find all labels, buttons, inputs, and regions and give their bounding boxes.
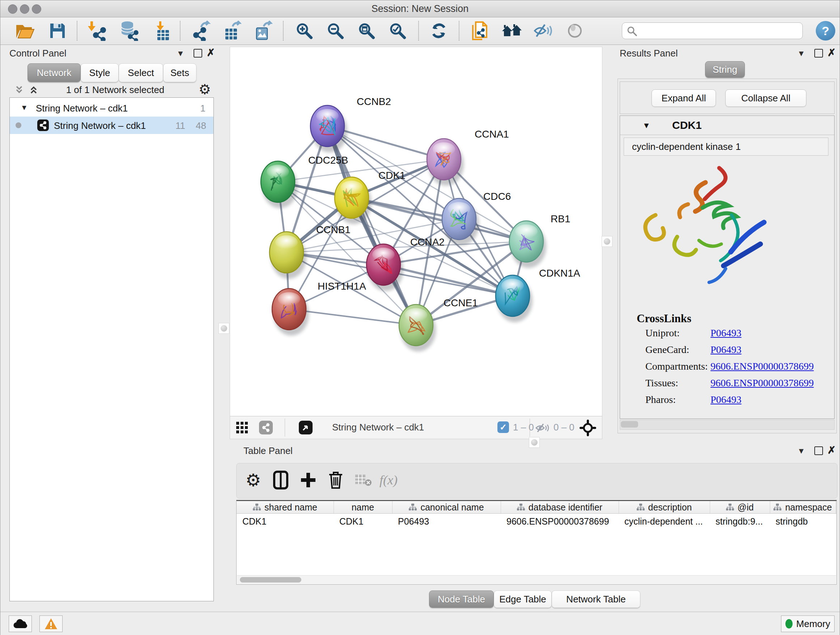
results-hscrollbar[interactable] xyxy=(620,420,835,430)
export-image-button[interactable] xyxy=(252,19,274,42)
delete-table-button-disabled xyxy=(352,469,375,492)
node-label: CCNB2 xyxy=(357,96,391,107)
network-node[interactable]: CDKN1A xyxy=(496,268,580,322)
hide-graphics-details-button[interactable] xyxy=(532,19,554,42)
memory-button[interactable]: Memory xyxy=(781,616,835,632)
refresh-view-button[interactable] xyxy=(428,19,450,42)
home-button[interactable] xyxy=(501,19,523,42)
crosslink-value-link[interactable]: P06493 xyxy=(711,327,742,339)
table-settings-gear-icon[interactable]: ⚙ xyxy=(242,469,265,492)
crosslink-value-link[interactable]: 9606.ENSP00000378699 xyxy=(711,377,813,389)
zoom-fit-button[interactable] xyxy=(355,19,378,42)
column-header-database-identifier[interactable]: database identifier xyxy=(501,501,619,513)
control-panel-menu-icon[interactable]: ▼ xyxy=(177,49,185,58)
open-session-button[interactable] xyxy=(14,19,36,42)
table-cell[interactable]: cyclin-dependent ... xyxy=(619,514,710,529)
tab-network[interactable]: Network xyxy=(27,63,81,82)
network-node[interactable]: RB1 xyxy=(509,213,570,268)
crosslink-value-link[interactable]: P06493 xyxy=(711,344,742,356)
network-row[interactable]: String Network – cdk1 11 48 xyxy=(10,117,213,134)
tab-network-table[interactable]: Network Table xyxy=(552,591,640,608)
network-node[interactable]: CCNA1 xyxy=(427,128,509,186)
zoom-out-button[interactable] xyxy=(324,19,347,42)
results-hscrollbar-thumb[interactable] xyxy=(621,421,638,428)
column-header-description[interactable]: description xyxy=(619,501,710,513)
warnings-button[interactable] xyxy=(39,616,63,632)
control-panel-close-icon[interactable]: ✗ xyxy=(207,47,215,59)
crosslink-value-link[interactable]: 9606.ENSP00000378699 xyxy=(711,361,813,372)
table-cell[interactable]: P06493 xyxy=(392,514,501,529)
column-header-shared-name[interactable]: shared name xyxy=(237,501,334,513)
network-node[interactable]: CCNB2 xyxy=(310,96,391,152)
import-network-database-button[interactable] xyxy=(118,19,141,42)
crosslink-row: GeneCard:P06493 xyxy=(645,344,827,358)
cloud-button[interactable] xyxy=(9,616,32,632)
status-bar: Memory xyxy=(0,611,840,635)
show-columns-button[interactable] xyxy=(269,469,292,492)
bottom-splitter-grip[interactable] xyxy=(529,437,540,448)
crosslink-value-link[interactable]: P06493 xyxy=(711,394,742,405)
results-panel-menu-icon[interactable]: ▼ xyxy=(797,49,805,58)
tab-node-table[interactable]: Node Table xyxy=(429,591,494,608)
tab-string[interactable]: String xyxy=(705,61,745,78)
column-header--id[interactable]: @id xyxy=(710,501,770,513)
network-canvas[interactable]: CCNB2CCNA1CDC25BCDK1CDC6RB1CCNB1CCNA2CDK… xyxy=(230,47,602,417)
table-cell[interactable]: 9606.ENSP00000378699 xyxy=(501,514,619,529)
table-cell[interactable]: CDK1 xyxy=(333,514,392,529)
table-cell[interactable]: CDK1 xyxy=(237,514,333,529)
title-bar: Session: New Session xyxy=(0,0,840,17)
birds-eye-view-button[interactable] xyxy=(564,19,586,42)
share-document-button[interactable] xyxy=(469,19,491,42)
tab-select[interactable]: Select xyxy=(118,63,163,82)
column-header-canonical-name[interactable]: canonical name xyxy=(392,501,501,513)
create-column-button[interactable] xyxy=(297,469,320,492)
fit-view-button[interactable] xyxy=(299,421,313,434)
export-table-button[interactable] xyxy=(221,19,243,42)
table-cell[interactable]: stringdb:9... xyxy=(710,514,770,529)
collapse-all-icon[interactable] xyxy=(14,84,25,95)
tab-style[interactable]: Style xyxy=(81,63,118,82)
export-network-button[interactable] xyxy=(190,19,212,42)
disclosure-triangle-icon[interactable]: ▼ xyxy=(21,103,28,112)
grid-view-icon[interactable] xyxy=(236,421,248,434)
import-network-file-button[interactable] xyxy=(86,19,109,42)
expand-all-button[interactable]: Expand All xyxy=(652,89,716,107)
crosslink-row: Tissues:9606.ENSP00000378699 xyxy=(645,377,827,392)
cdk1-section-header[interactable]: ▼ CDK1 xyxy=(620,116,834,135)
column-header-namespace[interactable]: namespace xyxy=(770,501,836,513)
network-graph[interactable]: CCNB2CCNA1CDC25BCDK1CDC6RB1CCNB1CCNA2CDK… xyxy=(230,47,602,416)
network-collection-row[interactable]: ▼ String Network – cdk1 1 xyxy=(10,99,213,117)
table-hscrollbar-thumb[interactable] xyxy=(240,577,302,583)
table-panel-menu-icon[interactable]: ▼ xyxy=(797,447,805,456)
delete-column-button[interactable] xyxy=(324,469,347,492)
import-table-button[interactable] xyxy=(151,19,173,42)
crosshair-pan-icon[interactable] xyxy=(579,420,596,436)
table-cell[interactable]: stringdb xyxy=(770,514,836,529)
results-panel-float-icon[interactable] xyxy=(814,49,823,57)
search-input[interactable] xyxy=(641,24,798,36)
help-button[interactable]: ? xyxy=(816,21,835,41)
results-panel-close-icon[interactable]: ✗ xyxy=(827,47,836,59)
left-splitter-grip[interactable] xyxy=(218,323,229,334)
node-label: RB1 xyxy=(551,213,570,225)
right-splitter-grip[interactable] xyxy=(602,236,613,247)
table-panel-close-icon[interactable]: ✗ xyxy=(827,444,836,456)
network-node[interactable]: CCNE1 xyxy=(399,297,478,352)
network-node[interactable]: HIST1H1A xyxy=(272,280,366,336)
save-session-button[interactable] xyxy=(46,19,69,42)
collapse-all-button[interactable]: Collapse All xyxy=(725,89,806,107)
zoom-selected-button[interactable] xyxy=(386,19,409,42)
zoom-in-button[interactable] xyxy=(293,19,316,42)
selected-checkbox[interactable]: ✓ xyxy=(497,421,509,433)
control-panel-float-icon[interactable] xyxy=(194,49,202,57)
tab-sets[interactable]: Sets xyxy=(163,63,196,82)
network-share-toggle[interactable] xyxy=(259,421,273,434)
column-header-name[interactable]: name xyxy=(333,501,393,513)
table-hscrollbar[interactable] xyxy=(237,575,836,584)
section-disclosure-icon[interactable]: ▼ xyxy=(643,121,651,130)
zoom-fit-icon xyxy=(357,22,376,40)
table-panel-float-icon[interactable] xyxy=(814,447,823,455)
expand-all-icon[interactable] xyxy=(28,84,39,95)
tab-edge-table[interactable]: Edge Table xyxy=(494,591,552,608)
network-options-gear-icon[interactable]: ⚙ xyxy=(199,81,211,97)
